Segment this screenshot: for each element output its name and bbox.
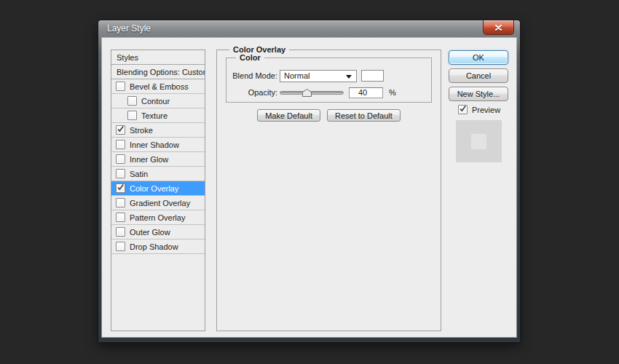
checkbox[interactable] [116,183,125,193]
blend-mode-select[interactable]: Normal [280,70,357,82]
style-item-color-overlay[interactable]: Color Overlay [111,181,205,196]
color-group-title: Color [236,53,264,63]
make-default-button[interactable]: Make Default [257,109,320,122]
opacity-slider-thumb[interactable] [302,89,312,97]
checkbox[interactable] [116,154,125,164]
dialog-content: StylesBlending Options: CustomBevel & Em… [102,38,516,337]
style-item-drop-shadow[interactable]: Drop Shadow [111,240,205,254]
color-group: Color Blend Mode: Normal Opacity: [226,58,432,103]
checkbox[interactable] [116,140,125,149]
close-button[interactable] [483,20,514,35]
opacity-slider[interactable] [280,91,344,95]
titlebar[interactable]: Layer Style [98,20,520,38]
close-icon [495,25,502,31]
style-item-label: Texture [141,111,167,120]
checkbox[interactable] [116,213,125,222]
style-item-label: Satin [130,170,148,178]
styles-list: StylesBlending Options: CustomBevel & Em… [111,50,205,331]
opacity-row: Opacity: % [226,86,431,99]
preview-label: Preview [472,106,500,114]
style-item-satin[interactable]: Satin [111,167,205,181]
style-item-label: Contour [141,97,170,106]
style-item-gradient-overlay[interactable]: Gradient Overlay [111,196,205,210]
style-item-label: Gradient Overlay [130,199,190,207]
blend-mode-label: Blend Mode: [226,71,277,80]
defaults-button-row: Make Default Reset to Default [217,109,441,122]
preview-checkbox[interactable] [458,105,468,114]
ok-button[interactable]: OK [449,50,508,65]
preview-row: Preview [449,105,510,114]
color-swatch[interactable] [361,70,384,82]
checkbox[interactable] [116,125,125,135]
style-item-outer-glow[interactable]: Outer Glow [111,225,205,240]
style-item-label: Drop Shadow [130,242,178,251]
action-column: OK Cancel New Style... Preview [449,38,510,337]
blend-mode-row: Blend Mode: Normal [226,69,431,82]
style-item-label: Color Overlay [130,184,178,193]
opacity-input[interactable] [349,87,383,98]
style-item-texture[interactable]: Texture [111,108,205,123]
chevron-down-icon [346,75,352,79]
color-overlay-panel: Color Overlay Color Blend Mode: Normal O… [216,50,441,331]
style-item-label: Stroke [130,126,153,135]
checkbox[interactable] [116,82,125,91]
style-item-contour[interactable]: Contour [111,94,205,108]
checkbox[interactable] [127,96,137,106]
style-item-label: Blending Options: Custom [117,68,205,76]
opacity-label: Opacity: [226,88,277,97]
checkbox[interactable] [116,169,125,178]
style-item-blending-options-custom[interactable]: Blending Options: Custom [111,65,205,79]
style-preview-thumbnail [456,120,502,162]
style-item-styles[interactable]: Styles [111,50,205,65]
checkbox[interactable] [116,242,125,251]
checkbox[interactable] [116,198,125,207]
style-item-label: Styles [117,53,138,62]
reset-to-default-button[interactable]: Reset to Default [327,109,401,122]
new-style-button[interactable]: New Style... [449,87,508,101]
preview-inner-square [471,134,486,149]
style-item-stroke[interactable]: Stroke [111,123,205,138]
style-item-label: Outer Glow [130,228,170,237]
style-item-label: Pattern Overlay [130,213,185,222]
layer-style-dialog: Layer Style StylesBlending Options: Cust… [98,20,520,342]
blend-mode-value: Normal [284,71,310,80]
checkbox[interactable] [127,111,137,120]
style-item-pattern-overlay[interactable]: Pattern Overlay [111,210,205,225]
cancel-button[interactable]: Cancel [449,68,508,83]
style-item-inner-glow[interactable]: Inner Glow [111,152,205,167]
style-item-inner-shadow[interactable]: Inner Shadow [111,138,205,152]
opacity-unit: % [389,88,396,97]
style-item-label: Inner Shadow [130,141,179,149]
style-item-label: Inner Glow [130,155,168,164]
style-item-label: Bevel & Emboss [130,82,189,91]
style-item-bevel-emboss[interactable]: Bevel & Emboss [111,79,205,94]
window-title: Layer Style [107,20,151,37]
checkbox[interactable] [116,227,125,237]
